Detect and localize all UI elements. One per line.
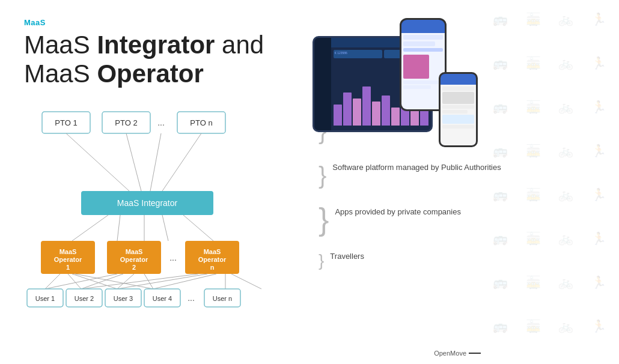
title-bold-integrator: Integrator <box>97 31 215 59</box>
svg-text:1: 1 <box>66 264 70 271</box>
legend-item-3: } Apps provided by private companies <box>319 207 595 243</box>
main-content: MaaS MaaS Integrator and MaaS Operator P… <box>0 0 619 330</box>
svg-text:User n: User n <box>213 295 232 302</box>
legend-text-4: Travellers <box>330 251 364 262</box>
svg-text:MaaS: MaaS <box>126 248 143 255</box>
svg-line-39 <box>81 274 198 289</box>
diagram: PTO 1 PTO 2 ... PTO n MaaS Integrator <box>24 106 300 312</box>
maas-label: MaaS <box>24 18 595 27</box>
svg-text:PTO 2: PTO 2 <box>115 118 137 127</box>
title-part2: MaaS Operator <box>24 59 204 88</box>
legend-item-4: } Travellers <box>319 251 595 287</box>
svg-text:Operator: Operator <box>198 256 227 263</box>
openmove-line <box>469 353 481 354</box>
svg-line-35 <box>45 274 117 289</box>
svg-text:User 2: User 2 <box>75 295 94 302</box>
svg-line-14 <box>117 215 120 241</box>
svg-line-13 <box>72 215 108 241</box>
svg-text:...: ... <box>157 118 165 127</box>
openmove-brand: OpenMove <box>434 350 466 357</box>
svg-line-43 <box>231 274 261 289</box>
title-bold-operator: Operator <box>97 59 203 88</box>
svg-line-16 <box>162 215 168 241</box>
svg-text:User 1: User 1 <box>35 295 55 302</box>
svg-text:User 4: User 4 <box>153 295 172 302</box>
svg-line-8 <box>126 133 141 191</box>
svg-text:Operator: Operator <box>54 256 82 263</box>
svg-text:PTO 1: PTO 1 <box>55 118 77 127</box>
page-title: MaaS Integrator and MaaS Operator <box>24 31 595 89</box>
svg-text:2: 2 <box>132 264 136 271</box>
svg-line-31 <box>45 274 60 289</box>
svg-text:MaaS: MaaS <box>204 248 221 255</box>
title-part1: MaaS Integrator and <box>24 31 264 59</box>
legend-text-2: Software platform managed by Public Auth… <box>332 162 501 173</box>
legend-item-2: } Software platform managed by Public Au… <box>319 162 595 198</box>
svg-text:...: ... <box>169 253 177 262</box>
svg-line-38 <box>144 274 153 289</box>
svg-text:Operator: Operator <box>120 256 148 263</box>
content-area: PTO 1 PTO 2 ... PTO n MaaS Integrator <box>24 106 595 312</box>
legend-bracket-4: } <box>319 252 324 269</box>
legend-text-3: Apps provided by private companies <box>335 207 461 217</box>
svg-line-9 <box>150 133 161 191</box>
phone-small-device <box>439 72 478 147</box>
svg-text:n: n <box>210 264 215 271</box>
svg-text:MaaS Integrator: MaaS Integrator <box>117 198 178 208</box>
svg-text:User 3: User 3 <box>114 295 133 302</box>
svg-text:...: ... <box>188 293 195 303</box>
svg-line-10 <box>162 133 201 191</box>
legend-bracket-3: } <box>319 208 329 231</box>
svg-text:MaaS: MaaS <box>59 248 77 255</box>
svg-line-7 <box>66 133 129 191</box>
legend-bracket-2: } <box>319 165 326 186</box>
svg-line-17 <box>183 215 213 241</box>
openmove-footer: OpenMove <box>434 350 481 357</box>
svg-text:PTO n: PTO n <box>190 118 212 127</box>
device-mockup: € 123586 <box>313 18 487 162</box>
